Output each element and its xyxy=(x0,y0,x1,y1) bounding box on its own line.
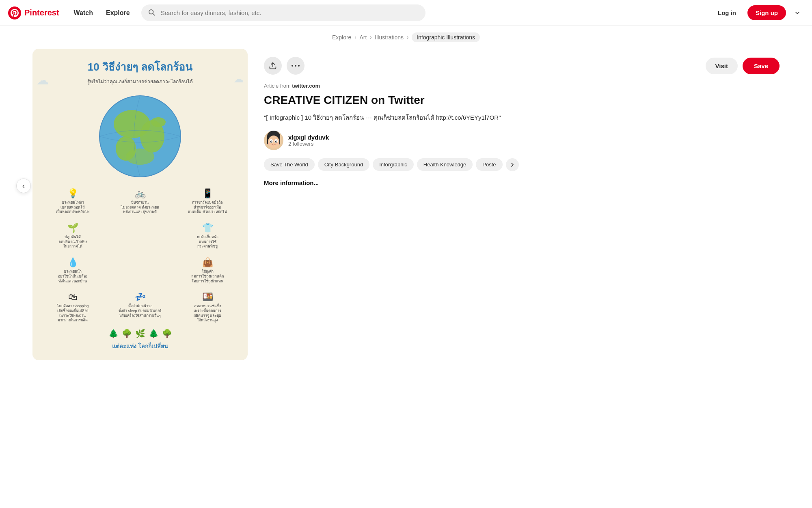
breadcrumb-active: Infographic Illustrations xyxy=(412,32,480,42)
breadcrumb: Explore › Art › Illustrations › Infograp… xyxy=(0,26,812,49)
tag-health-knowledge[interactable]: Health Knowledge xyxy=(417,158,473,171)
svg-point-7 xyxy=(151,117,166,127)
tag-poste[interactable]: Poste xyxy=(476,158,502,171)
tags-row: Save The World City Background Inforgrap… xyxy=(264,158,780,171)
cloth-icon: 👕 xyxy=(202,223,213,233)
globe-area xyxy=(41,92,240,181)
pin-title: CREATIVE CITIZEN on Twitter xyxy=(264,93,780,108)
more-options-button[interactable] xyxy=(287,57,304,75)
item-bag: 👜 ใช้ถุงผ้าลดการใช้ถุงพลาสติกโดยการใช้ถุ… xyxy=(175,255,240,286)
logo-text: Pinterest xyxy=(24,8,59,17)
breadcrumb-sep-3: › xyxy=(407,34,408,40)
tree-icon-1: 🌲 xyxy=(108,329,119,338)
search-input[interactable] xyxy=(141,4,425,21)
svg-point-18 xyxy=(268,136,279,149)
breadcrumb-illustrations[interactable]: Illustrations xyxy=(375,34,404,41)
svg-point-8 xyxy=(126,149,154,165)
visit-button[interactable]: Visit xyxy=(706,58,738,74)
shopping-icon: 🛍 xyxy=(68,292,77,302)
phone-icon: 📱 xyxy=(202,188,213,199)
item-cloth-text: พกผ้าเช็ดหน้าแทนการใช้กระดาษทิชชู xyxy=(197,235,218,249)
search-bar xyxy=(141,4,425,21)
more-info-button[interactable]: More information... xyxy=(264,179,319,186)
more-tags-button[interactable] xyxy=(506,158,519,171)
globe-icon xyxy=(95,92,185,181)
svg-point-13 xyxy=(298,65,300,67)
item-sleep: 💤 ตั้งค่าพักหน้าจอตั้งค่า sleep กับคอมพิ… xyxy=(108,289,172,325)
item-sleep-text: ตั้งค่าพักหน้าจอตั้งค่า sleep กับคอมพิวเ… xyxy=(119,304,162,318)
breadcrumb-art[interactable]: Art xyxy=(359,34,367,41)
username[interactable]: xlgxgl dyduvk xyxy=(288,134,329,141)
sleep-icon: 💤 xyxy=(135,292,146,302)
tree-icon-3: 🌿 xyxy=(135,329,145,338)
item-electricity: 💡 ประหยัดไฟฟ้าเปลี่ยนหลอดไส้เป็นหลอดประห… xyxy=(41,186,105,217)
plant-icon: 🌱 xyxy=(67,223,78,233)
avatar[interactable] xyxy=(264,131,283,150)
infographic-items-grid: 💡 ประหยัดไฟฟ้าเปลี่ยนหลอดไส้เป็นหลอดประห… xyxy=(41,186,240,325)
infographic-subtitle: รู้หรือไม่ว่าคุณเองก็สามารถช่วยลดภาวะโลก… xyxy=(41,77,240,85)
item-center xyxy=(108,220,172,252)
breadcrumb-sep-2: › xyxy=(370,34,371,40)
item-water-text: ประหยัดน้ำอย่าใช้น้ำสิ้นเปลืองทั้งในและน… xyxy=(58,269,87,284)
item-shopping: 🛍 โบกมือลา Shoppingเลิกซื้อของสิ้นเปลือง… xyxy=(41,289,105,325)
infographic-title: 10 วิธีง่ายๆ ลดโลกร้อน xyxy=(41,58,240,75)
svg-point-25 xyxy=(268,143,270,144)
tree-icon-5: 🌳 xyxy=(162,329,172,338)
action-bar: Visit Save xyxy=(264,57,780,75)
item-electricity-text: ประหยัดไฟฟ้าเปลี่ยนหลอดไส้เป็นหลอดประหยั… xyxy=(56,200,89,215)
item-freeze: 🍱 ลดอาหารแช่แข็งเพราะขั้นตอนการผลิตบรรจุ… xyxy=(175,289,240,325)
user-info: xlgxgl dyduvk 2 followers xyxy=(288,134,329,147)
cloud-left-icon: ☁ xyxy=(37,73,49,87)
signup-button[interactable]: Sign up xyxy=(747,5,786,20)
item-phone-text: การชาร์จแบตมือถือนำที่ชาร์จออกเมื่อแบตเต… xyxy=(188,200,227,215)
back-button[interactable]: ‹ xyxy=(16,179,31,193)
svg-point-21 xyxy=(270,140,272,142)
tree-icon-2: 🌳 xyxy=(122,329,132,338)
followers-count: 2 followers xyxy=(288,141,329,147)
header: Pinterest Watch Explore Log in Sign up xyxy=(0,0,812,26)
source-text: Article from xyxy=(264,83,291,89)
share-button[interactable] xyxy=(264,57,282,75)
pinterest-logo-icon xyxy=(8,6,21,19)
avatar-image xyxy=(264,131,283,150)
logo-area[interactable]: Pinterest xyxy=(8,6,59,19)
item-bicycle-text: ปั่นจักรยานไม่อ่วยตลาด ทั้งประหยัดพลังงา… xyxy=(121,200,160,215)
chevron-down-icon xyxy=(794,10,801,16)
image-panel: ‹ ☁ ☁ 10 วิธีง่ายๆ ลดโลกร้อน รู้หรือไม่ว… xyxy=(32,49,248,360)
tag-inforgraphic[interactable]: Inforgraphic xyxy=(373,158,414,171)
tree-icon-4: 🌲 xyxy=(149,329,159,338)
dropdown-button[interactable] xyxy=(791,6,804,19)
item-bicycle: 🚲 ปั่นจักรยานไม่อ่วยตลาด ทั้งประหยัดพลัง… xyxy=(108,186,172,217)
breadcrumb-explore[interactable]: Explore xyxy=(332,34,351,41)
item-water: 💧 ประหยัดน้ำอย่าใช้น้ำสิ้นเปลืองทั้งในแล… xyxy=(41,255,105,286)
svg-point-12 xyxy=(295,65,296,67)
bag-icon: 👜 xyxy=(202,257,213,268)
svg-point-23 xyxy=(271,141,272,142)
dots-icon xyxy=(292,65,300,67)
svg-line-2 xyxy=(153,13,154,15)
bicycle-icon: 🚲 xyxy=(135,188,146,199)
main-content: ‹ ☁ ☁ 10 วิธีง่ายๆ ลดโลกร้อน รู้หรือไม่ว… xyxy=(0,49,812,360)
tag-save-the-world[interactable]: Save The World xyxy=(264,158,315,171)
breadcrumb-sep-1: › xyxy=(354,34,356,40)
item-center-bottom xyxy=(108,255,172,286)
tag-city-background[interactable]: City Background xyxy=(318,158,369,171)
search-icon xyxy=(148,9,155,17)
chevron-right-icon xyxy=(509,161,516,168)
svg-point-24 xyxy=(276,141,277,142)
nav-watch[interactable]: Watch xyxy=(69,6,98,20)
svg-point-26 xyxy=(277,143,279,144)
upload-icon xyxy=(269,62,277,70)
item-cloth: 👕 พกผ้าเช็ดหน้าแทนการใช้กระดาษทิชชู xyxy=(175,220,240,252)
item-shopping-text: โบกมือลา Shoppingเลิกซื้อของสิ้นเปลืองเพ… xyxy=(57,304,89,323)
grass-area: 🌲 🌳 🌿 🌲 🌳 xyxy=(41,329,240,338)
item-phone: 📱 การชาร์จแบตมือถือนำที่ชาร์จออกเมื่อแบต… xyxy=(175,186,240,217)
right-panel: Visit Save Article from twitter.com CREA… xyxy=(264,49,780,187)
cloud-right-icon: ☁ xyxy=(233,73,244,85)
nav-explore[interactable]: Explore xyxy=(101,6,135,20)
source-domain: twitter.com xyxy=(292,83,320,89)
svg-point-22 xyxy=(275,140,277,142)
user-row: xlgxgl dyduvk 2 followers xyxy=(264,131,780,150)
login-button[interactable]: Log in xyxy=(711,5,743,20)
save-button[interactable]: Save xyxy=(743,58,780,74)
